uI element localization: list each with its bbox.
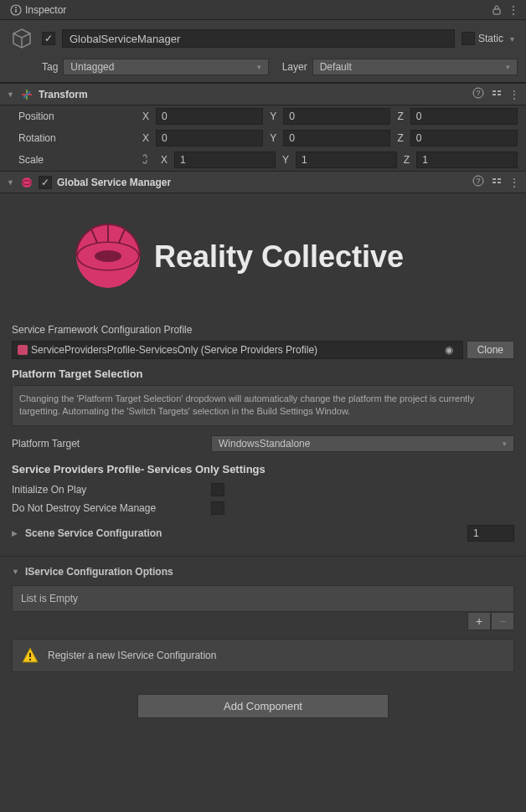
- iservice-section-title: IService Configuration Options: [25, 566, 173, 578]
- y-label: Y: [279, 154, 292, 166]
- position-x-input[interactable]: [156, 108, 263, 125]
- warning-icon: [21, 646, 39, 665]
- inspector-tab-bar: Inspector ⋮: [0, 0, 526, 20]
- gameobject-enabled-checkbox[interactable]: [42, 32, 55, 45]
- inspector-tab[interactable]: Inspector: [3, 3, 73, 18]
- rotation-z-input[interactable]: [410, 130, 518, 146]
- x-label: X: [157, 154, 171, 166]
- scale-x-input[interactable]: [174, 152, 276, 168]
- z-label: Z: [394, 132, 406, 144]
- svg-rect-15: [498, 178, 501, 180]
- scene-service-label: Scene Service Configuration: [25, 527, 162, 539]
- constrain-proportions-icon[interactable]: [139, 153, 151, 167]
- svg-point-10: [22, 177, 32, 188]
- logo-section: Reality Collective: [0, 193, 526, 319]
- object-picker-icon[interactable]: ◉: [441, 341, 457, 359]
- tag-label: Tag: [42, 61, 58, 73]
- z-label: Z: [394, 110, 406, 122]
- tag-layer-row: Tag Untagged Layer Default: [0, 57, 526, 83]
- add-component-button[interactable]: Add Component: [137, 694, 389, 718]
- add-component-section: Add Component: [0, 677, 526, 735]
- position-z-input[interactable]: [410, 108, 518, 125]
- gameobject-icon[interactable]: [8, 25, 35, 52]
- static-checkbox[interactable]: [462, 32, 475, 45]
- profile-value: ServiceProvidersProfile-ServicesOnly (Se…: [31, 344, 317, 356]
- z-label: Z: [400, 154, 413, 166]
- dnd-checkbox[interactable]: [211, 501, 224, 515]
- position-label: Position: [18, 110, 136, 122]
- svg-text:?: ?: [476, 89, 480, 97]
- svg-rect-25: [29, 653, 31, 657]
- tag-dropdown[interactable]: Untagged: [63, 59, 268, 75]
- gsm-enabled-checkbox[interactable]: [39, 176, 52, 189]
- scale-label: Scale: [18, 154, 136, 166]
- scene-service-foldout[interactable]: ▶ Scene Service Configuration: [12, 522, 514, 544]
- layer-dropdown[interactable]: Default: [312, 59, 518, 75]
- tab-title: Inspector: [25, 4, 66, 16]
- kebab-icon[interactable]: ⋮: [508, 4, 519, 16]
- profile-field: ServiceProvidersProfile-ServicesOnly (Se…: [12, 341, 514, 359]
- scene-service-count-input[interactable]: [467, 525, 514, 542]
- transform-component-header[interactable]: ▼ Transform ? ⋮: [0, 83, 526, 105]
- static-group: Static ▾: [462, 32, 518, 45]
- init-on-play-label: Initialize On Play: [12, 484, 204, 496]
- help-icon[interactable]: ?: [472, 175, 484, 189]
- init-on-play-checkbox[interactable]: [211, 483, 224, 496]
- list-remove-button[interactable]: −: [491, 612, 514, 630]
- svg-rect-26: [29, 659, 31, 660]
- list-add-button[interactable]: +: [467, 612, 491, 630]
- scale-z-input[interactable]: [416, 152, 518, 168]
- svg-point-24: [95, 250, 121, 262]
- dnd-label: Do Not Destroy Service Manage: [12, 502, 204, 514]
- gameobject-name-field[interactable]: [62, 29, 455, 48]
- kebab-icon[interactable]: ⋮: [509, 177, 519, 188]
- scale-row: Scale X Y Z: [0, 149, 526, 171]
- gameobject-header: Static ▾: [0, 20, 526, 57]
- dnd-row: Do Not Destroy Service Manage: [12, 499, 514, 517]
- rotation-y-input[interactable]: [283, 130, 390, 146]
- clone-button[interactable]: Clone: [467, 341, 514, 359]
- help-icon[interactable]: ?: [472, 87, 484, 101]
- list-empty-box: List is Empty: [12, 585, 514, 612]
- svg-rect-14: [492, 178, 496, 180]
- rotation-x-input[interactable]: [156, 130, 263, 146]
- component-actions: ? ⋮: [472, 175, 519, 189]
- chevron-down-icon: ▼: [12, 568, 20, 576]
- foldout-icon[interactable]: ▼: [7, 90, 15, 99]
- profile-object-input[interactable]: ServiceProvidersProfile-ServicesOnly (Se…: [12, 341, 463, 359]
- kebab-icon[interactable]: ⋮: [509, 89, 519, 100]
- transform-icon: [20, 88, 34, 101]
- foldout-icon[interactable]: ▼: [7, 178, 15, 187]
- static-label: Static: [478, 33, 503, 44]
- position-y-input[interactable]: [283, 108, 390, 125]
- component-actions: ? ⋮: [472, 87, 519, 101]
- rotation-row: Rotation X Y Z: [0, 127, 526, 149]
- svg-point-2: [15, 7, 17, 8]
- transform-title: Transform: [39, 89, 467, 100]
- gsm-icon: [20, 176, 34, 189]
- settings-section-title: Service Providers Profile- Services Only…: [12, 463, 514, 475]
- iservice-foldout[interactable]: ▼ IService Configuration Options: [12, 563, 514, 580]
- position-row: Position X Y Z: [0, 105, 526, 127]
- warning-text: Register a new IService Configuration: [48, 650, 216, 661]
- svg-rect-9: [498, 94, 501, 95]
- platform-target-label: Platform Target: [12, 438, 204, 450]
- scale-y-input[interactable]: [296, 152, 397, 168]
- list-buttons: + −: [12, 612, 514, 630]
- static-dropdown[interactable]: ▾: [507, 34, 518, 44]
- preset-icon[interactable]: [491, 87, 503, 101]
- lock-icon[interactable]: [491, 4, 503, 16]
- svg-rect-1: [15, 9, 17, 13]
- svg-rect-8: [492, 94, 496, 95]
- warning-box: Register a new IService Configuration: [12, 639, 514, 672]
- svg-text:?: ?: [476, 177, 480, 185]
- platform-help-box: Changing the 'Platform Target Selection'…: [12, 385, 514, 426]
- svg-rect-3: [493, 9, 500, 14]
- platform-target-dropdown[interactable]: WindowsStandalone: [211, 435, 514, 452]
- logo-text: Reality Collective: [154, 239, 404, 274]
- preset-icon[interactable]: [491, 175, 503, 189]
- info-icon: [10, 4, 22, 16]
- gsm-component-header[interactable]: ▼ Global Service Manager ? ⋮: [0, 171, 526, 193]
- chevron-right-icon: ▶: [12, 529, 20, 537]
- y-label: Y: [266, 110, 280, 122]
